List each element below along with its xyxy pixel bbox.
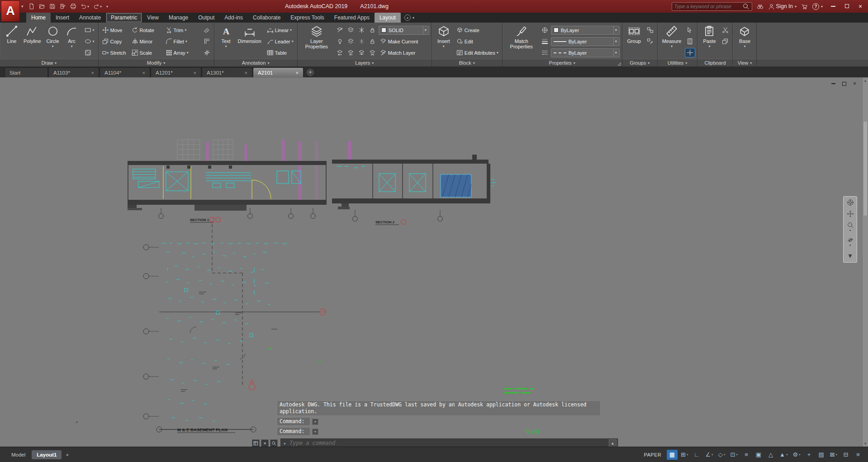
ribbon-button-paste[interactable]: Paste▾ [700, 24, 719, 58]
combo-lineweight[interactable]: ByLayer▾ [551, 37, 620, 46]
command-input-box[interactable]: ▸ ▲ [280, 438, 618, 447]
file-tab-a1104[interactable]: A1104*× [100, 67, 150, 77]
command-input[interactable] [289, 440, 606, 446]
customization-icon[interactable]: ≡ [853, 450, 863, 460]
ribbon-button-text[interactable]: AText▾ [217, 24, 236, 58]
ribbon-button-group-edit[interactable] [645, 37, 655, 46]
ribbon-button-layer-unlock[interactable] [368, 37, 377, 46]
plot-button[interactable] [69, 2, 78, 11]
panel-label-utilities[interactable]: Utilities▾ [658, 59, 697, 66]
command-search-button[interactable] [270, 439, 278, 447]
ribbon-button-measure[interactable]: Measure▾ [660, 24, 684, 58]
help-button[interactable]: ? ▾ [812, 3, 823, 10]
ribbon-button-lineweight[interactable] [540, 37, 550, 46]
ribbon-button-rectangle[interactable]: ▾ [83, 26, 96, 34]
tab-close-icon[interactable]: × [245, 70, 247, 75]
ribbon-button-object-color[interactable] [540, 26, 550, 34]
ribbon-button-polyline[interactable]: Polyline [21, 24, 43, 58]
ribbon-button-erase[interactable] [202, 26, 212, 34]
ribbon-button-circle[interactable]: Circle▾ [43, 24, 62, 58]
ribbon-tab-annotate[interactable]: Annotate [74, 13, 106, 23]
ribbon-tab-layout[interactable]: Layout [375, 13, 401, 23]
recent-commands-icon[interactable]: ▸ [312, 429, 318, 435]
tab-close-icon[interactable]: × [142, 70, 145, 75]
ribbon-button-layer-freeze[interactable] [357, 26, 366, 34]
lineweight-display-icon[interactable]: ≡ [741, 450, 752, 460]
quick-properties-icon[interactable]: ▤ [816, 450, 827, 460]
save-button[interactable] [48, 2, 57, 11]
ribbon-button-leader[interactable]: Leader▾ [266, 37, 295, 46]
file-tab-a1201[interactable]: A1201*× [151, 67, 201, 77]
file-tab-start[interactable]: Start [5, 67, 48, 77]
ribbon-button-layer-lock[interactable] [368, 26, 377, 34]
lock-ui-icon[interactable]: ⊠▾ [828, 450, 839, 460]
scroll-up-icon[interactable]: ▲ [863, 79, 868, 83]
quick-access-menu-button[interactable]: ▾ [104, 2, 109, 11]
model-tab[interactable]: Model [6, 450, 30, 459]
ribbon-button-arc[interactable]: Arc▾ [62, 24, 81, 58]
pan-button[interactable] [847, 210, 854, 217]
ribbon-button-scale[interactable]: Scale [130, 48, 154, 57]
ribbon-button-quick-select[interactable] [685, 26, 695, 34]
ribbon-button-offset[interactable] [202, 37, 212, 46]
ribbon-tab-insert[interactable]: Insert [51, 13, 74, 23]
ribbon-button-fillet[interactable]: Fillet▾ [164, 37, 189, 46]
polar-tracking-icon[interactable]: ∠▾ [703, 450, 715, 460]
ribbon-button-ungroup[interactable] [645, 26, 655, 34]
combo-object-color[interactable]: ByLayer▾ [551, 26, 620, 35]
command-customize-button[interactable] [252, 439, 260, 447]
ribbon-tab-output[interactable]: Output [193, 13, 219, 23]
file-tab-a1103[interactable]: A1103*× [48, 67, 99, 77]
panel-label-properties[interactable]: Properties▾◿ [503, 59, 622, 66]
ribbon-button-trim[interactable]: Trim▾ [164, 26, 188, 34]
ribbon-button-move[interactable]: Move [101, 26, 124, 34]
new-layout-button[interactable]: + [63, 450, 71, 459]
search-input[interactable] [674, 4, 740, 9]
ribbon-button-ellipse[interactable]: ▾ [83, 37, 96, 46]
doc-close-button[interactable]: × [853, 81, 856, 86]
tab-close-icon[interactable]: × [194, 70, 196, 75]
ribbon-button-layer-isolate[interactable] [346, 26, 356, 34]
tab-close-icon[interactable]: × [91, 70, 94, 75]
doc-minimize-button[interactable] [831, 81, 835, 86]
orbit-button[interactable]: ▾ [847, 236, 854, 247]
annotation-scale-icon[interactable]: ▲▾ [778, 450, 789, 460]
tab-close-icon[interactable]: × [296, 70, 299, 75]
ribbon-button-insert[interactable]: Insert▾ [434, 24, 453, 58]
ribbon-button-linetype[interactable] [540, 48, 550, 57]
ribbon-button-explode[interactable] [202, 48, 212, 57]
ribbon-button-group[interactable]: Group [625, 24, 644, 58]
redo-button[interactable]: ▾ [92, 2, 103, 11]
undo-button[interactable]: ▾ [79, 2, 90, 11]
combo-linetype[interactable]: ByLayer▾ [551, 48, 620, 57]
ribbon-button-layer-delete[interactable] [368, 48, 377, 57]
close-button[interactable]: × [854, 1, 867, 11]
application-menu-button[interactable]: A [1, 0, 20, 22]
ribbon-button-layer-walk[interactable] [346, 48, 356, 57]
ribbon-button-match-layer[interactable]: Match Layer [379, 48, 417, 57]
ribbon-tab-collaborate[interactable]: Collaborate [248, 13, 285, 23]
graphics-performance-icon[interactable]: ⊟ [840, 450, 851, 460]
scrollbar-thumb[interactable] [863, 121, 868, 216]
panel-label-annotation[interactable]: Annotation▾ [214, 59, 297, 66]
new-drawing-tab-button[interactable]: + [307, 69, 314, 76]
ribbon-button-layer-unisolate[interactable] [346, 37, 356, 46]
open-button[interactable] [38, 2, 47, 11]
zoom-button[interactable]: ▾ [847, 222, 854, 232]
ribbon-button-linear[interactable]: Linear▾ [266, 26, 294, 34]
panel-label-block[interactable]: Block▾ [432, 59, 502, 66]
exchange-search-button[interactable] [757, 3, 764, 10]
scroll-down-icon[interactable]: ▼ [863, 442, 868, 446]
ribbon-button-mirror[interactable]: Mirror [130, 37, 154, 46]
ribbon-button-copy-clip[interactable] [721, 37, 730, 46]
ribbon-button-stretch[interactable]: Stretch [101, 48, 128, 57]
vertical-scrollbar[interactable]: ▲ ▼ [862, 78, 868, 447]
ribbon-tab-featured-apps[interactable]: Featured Apps [329, 13, 375, 23]
ortho-icon[interactable]: ∟ [691, 450, 702, 460]
annotation-monitor-icon[interactable]: + [804, 450, 815, 460]
ribbon-button-layer-thaw[interactable] [357, 37, 366, 46]
object-snap-icon[interactable]: ⊡▾ [729, 450, 740, 460]
ribbon-tab-home[interactable]: Home [26, 13, 51, 23]
ribbon-button-layer-previous[interactable] [335, 48, 345, 57]
navbar-menu-button[interactable]: ▾ [848, 251, 852, 260]
